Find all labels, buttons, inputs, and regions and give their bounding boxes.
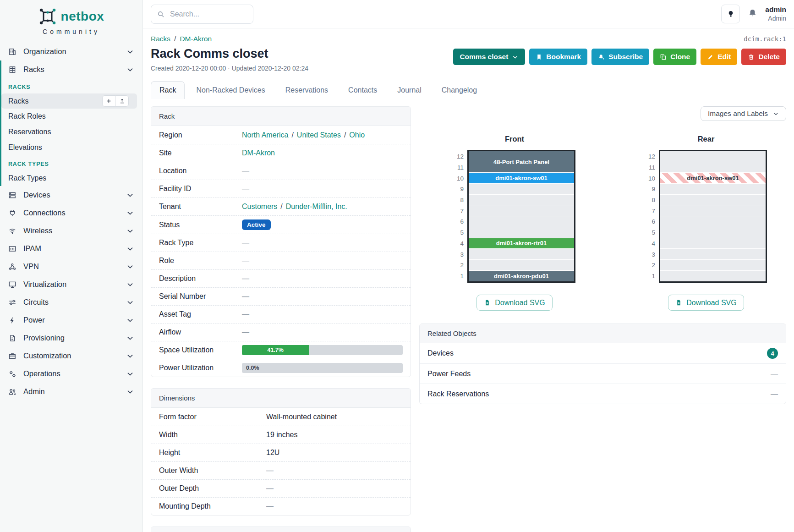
row-text: — bbox=[242, 239, 249, 247]
search-box[interactable] bbox=[151, 5, 253, 24]
sidebar-subitem-rack-types[interactable]: Rack Types bbox=[1, 170, 142, 186]
sidebar-item-vpn[interactable]: VPN bbox=[0, 258, 142, 275]
sidebar-item-wireless[interactable]: Wireless bbox=[0, 222, 142, 240]
images-and-labels-toggle[interactable]: Images and Labels bbox=[701, 106, 786, 121]
link-dm-akron[interactable]: DM-Akron bbox=[242, 149, 275, 157]
tab-non-racked-devices[interactable]: Non-Racked Devices bbox=[187, 81, 274, 99]
theme-toggle-button[interactable] bbox=[721, 5, 740, 23]
netbox-logo-icon bbox=[38, 7, 57, 26]
chevron-down-icon bbox=[126, 352, 134, 360]
plus-button[interactable] bbox=[102, 95, 115, 107]
unit-number: 7 bbox=[645, 205, 655, 216]
tab-contacts[interactable]: Contacts bbox=[340, 81, 386, 99]
rack-unit-dmi01-akron-pdu01[interactable]: dmi01-akron-pdu01 bbox=[469, 271, 574, 282]
rack-unit-dmi01-akron-sw01[interactable]: dmi01-akron-sw01 bbox=[469, 173, 574, 184]
breadcrumb-racks[interactable]: Racks bbox=[151, 35, 170, 43]
sidebar-item-admin[interactable]: Admin bbox=[0, 383, 142, 400]
sidebar-item-operations[interactable]: Operations bbox=[0, 365, 142, 383]
upload-button[interactable] bbox=[115, 95, 129, 107]
notifications-bell-icon[interactable] bbox=[748, 8, 757, 20]
sidebar-nav: OrganizationRacksRACKSRacksRack RolesRes… bbox=[0, 43, 142, 532]
sidebar-item-provisioning[interactable]: Provisioning bbox=[0, 329, 142, 347]
row-value: — bbox=[242, 274, 403, 283]
rack-unit-dmi01-akron-sw01[interactable]: dmi01-akron-sw01 bbox=[660, 173, 766, 184]
tab-journal[interactable]: Journal bbox=[389, 81, 430, 99]
row-label: Region bbox=[159, 131, 242, 139]
breadcrumb-dm-akron[interactable]: DM-Akron bbox=[180, 35, 212, 43]
row-text: — bbox=[242, 257, 249, 265]
sidebar-subitem-rack-roles[interactable]: Rack Roles bbox=[1, 109, 142, 124]
unit-number: 5 bbox=[454, 227, 464, 238]
gear-icon bbox=[8, 370, 16, 378]
rack-unit-empty bbox=[660, 249, 766, 260]
link-united-states[interactable]: United States bbox=[297, 131, 341, 139]
table-row: Form factorWall-mounted cabinet bbox=[151, 408, 411, 426]
table-row: Serial Number— bbox=[151, 287, 411, 305]
tab-rack[interactable]: Rack bbox=[151, 81, 185, 99]
sidebar-subitem-elevations[interactable]: Elevations bbox=[1, 140, 142, 155]
link-ohio[interactable]: Ohio bbox=[349, 131, 365, 139]
unit-number: 2 bbox=[454, 260, 464, 271]
unit-number: 1 bbox=[454, 271, 464, 282]
briefcase-icon bbox=[8, 352, 16, 360]
link-north-america[interactable]: North America bbox=[242, 131, 288, 139]
sidebar-subitem-racks[interactable]: Racks bbox=[1, 93, 137, 109]
rack-unit-48-port-patch-panel[interactable]: 48-Port Patch Panel bbox=[469, 151, 574, 173]
unit-number: 6 bbox=[454, 216, 464, 227]
row-label: Width bbox=[159, 431, 266, 439]
subscribe-button[interactable]: Subscribe bbox=[591, 49, 649, 65]
unit-number: 11 bbox=[645, 162, 655, 173]
bookmark-button[interactable]: Bookmark bbox=[529, 49, 587, 65]
sidebar-item-connections[interactable]: Connections bbox=[0, 204, 142, 222]
next-panel-sliver bbox=[151, 527, 411, 532]
comms-closet-dropdown[interactable]: Comms closet bbox=[453, 49, 525, 65]
unit-number: 5 bbox=[645, 227, 655, 238]
chevron-down-icon bbox=[126, 280, 134, 289]
sidebar-item-racks[interactable]: Racks bbox=[1, 60, 142, 78]
sidebar-item-devices[interactable]: Devices bbox=[0, 186, 142, 204]
download-svg-front-button[interactable]: Download SVG bbox=[476, 295, 552, 311]
plus-icon bbox=[106, 98, 112, 104]
unit-number: 12 bbox=[645, 151, 655, 162]
rear-elevation-title: Rear bbox=[698, 135, 715, 143]
chevron-down-icon bbox=[126, 263, 134, 271]
link-dunder-mifflin-inc[interactable]: Dunder-Mifflin, Inc. bbox=[286, 203, 347, 211]
rear-elevation: Rear 121110987654321 dmi01-akron-sw01 Do… bbox=[630, 135, 782, 311]
sidebar-item-label: VPN bbox=[23, 262, 39, 271]
clone-button[interactable]: Clone bbox=[653, 49, 696, 65]
related-row-rack-reservations[interactable]: Rack Reservations— bbox=[420, 384, 786, 404]
sidebar-section-heading: RACKS bbox=[1, 78, 142, 93]
sidebar-section-rack-types: RACK TYPESRack Types bbox=[1, 155, 142, 186]
download-svg-rear-button[interactable]: Download SVG bbox=[668, 295, 744, 311]
sidebar-item-circuits[interactable]: Circuits bbox=[0, 293, 142, 311]
sidebar-item-power[interactable]: Power bbox=[0, 311, 142, 329]
sidebar-item-virtualization[interactable]: Virtualization bbox=[0, 275, 142, 293]
tab-changelog[interactable]: Changelog bbox=[433, 81, 486, 99]
delete-button[interactable]: Delete bbox=[741, 49, 786, 65]
monitor-icon bbox=[8, 280, 16, 289]
rack-unit-empty bbox=[660, 216, 766, 227]
user-menu[interactable]: admin Admin bbox=[765, 5, 786, 22]
edit-button[interactable]: Edit bbox=[701, 49, 737, 65]
table-row: Power Utilization0.0% bbox=[151, 359, 411, 377]
search-input[interactable] bbox=[169, 10, 247, 19]
rack-unit-empty bbox=[469, 249, 574, 260]
logo[interactable]: netbox Community bbox=[0, 5, 142, 43]
related-row-devices[interactable]: Devices4 bbox=[420, 343, 786, 363]
sidebar-item-organization[interactable]: Organization bbox=[0, 43, 142, 60]
rack-unit-dmi01-akron-rtr01[interactable]: dmi01-akron-rtr01 bbox=[469, 238, 574, 249]
sidebar-item-label: Connections bbox=[23, 208, 66, 217]
row-value: — bbox=[242, 257, 403, 265]
related-row-power-feeds[interactable]: Power Feeds— bbox=[420, 363, 786, 384]
sidebar-subitem-reservations[interactable]: Reservations bbox=[1, 124, 142, 140]
row-text: — bbox=[266, 466, 274, 475]
row-value: — bbox=[242, 167, 403, 175]
rack-unit-empty bbox=[660, 162, 766, 173]
sidebar-item-ipam[interactable]: IPAM bbox=[0, 240, 142, 258]
link-customers[interactable]: Customers bbox=[242, 203, 277, 211]
rack-unit-empty bbox=[660, 205, 766, 216]
tab-reservations[interactable]: Reservations bbox=[277, 81, 337, 99]
row-text: — bbox=[242, 185, 249, 193]
sidebar-item-customization[interactable]: Customization bbox=[0, 347, 142, 365]
unit-number: 1 bbox=[645, 271, 655, 282]
